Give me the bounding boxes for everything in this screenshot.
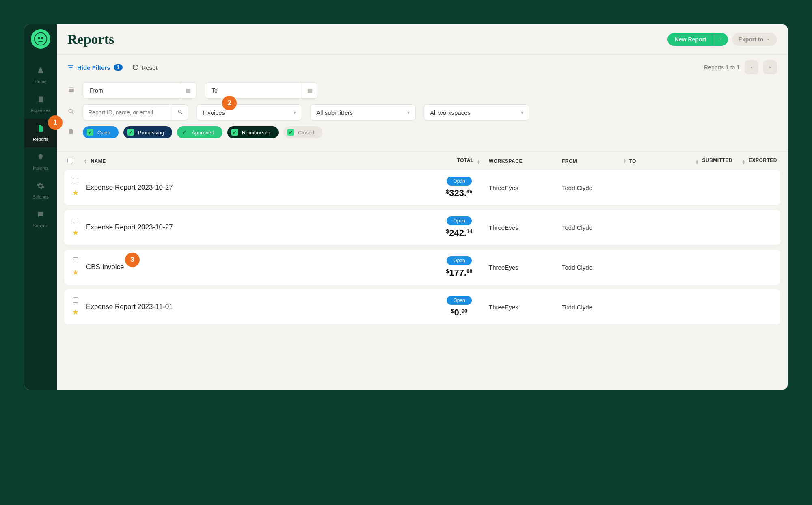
star-icon[interactable]: ★ bbox=[72, 188, 79, 197]
logo-icon bbox=[34, 32, 48, 46]
calendar-picker-icon[interactable] bbox=[180, 83, 196, 98]
row-workspace: ThreeEyes bbox=[489, 184, 562, 191]
table-header: ▲▼ NAME TOTAL ▲▼ WORKSPACE FROM ▲▼ TO ▲▼… bbox=[57, 152, 788, 170]
svg-rect-4 bbox=[39, 69, 42, 71]
sort-icon[interactable]: ▲▼ bbox=[623, 158, 626, 163]
nav-home[interactable]: Home bbox=[24, 61, 57, 90]
th-workspace[interactable]: WORKSPACE bbox=[489, 158, 523, 164]
submitter-select[interactable]: All submitters bbox=[310, 104, 416, 121]
svg-rect-8 bbox=[308, 89, 312, 93]
th-to[interactable]: TO bbox=[629, 158, 636, 164]
th-submitted[interactable]: SUBMITTED bbox=[702, 158, 733, 163]
status-badge: Open bbox=[447, 296, 471, 305]
star-icon[interactable]: ★ bbox=[72, 268, 79, 277]
star-icon[interactable]: ★ bbox=[72, 308, 79, 317]
page-prev-button[interactable] bbox=[745, 60, 758, 74]
hide-filters-button[interactable]: Hide Filters 1 bbox=[67, 64, 123, 71]
svg-point-0 bbox=[35, 33, 47, 45]
th-name[interactable]: NAME bbox=[91, 158, 106, 164]
new-report-button[interactable]: New Report bbox=[667, 33, 714, 46]
nav-label: Insights bbox=[33, 166, 48, 170]
th-total[interactable]: TOTAL bbox=[457, 158, 474, 163]
chat-icon bbox=[24, 211, 57, 221]
row-checkbox[interactable] bbox=[73, 178, 78, 183]
sort-icon[interactable]: ▲▼ bbox=[742, 160, 745, 164]
filter-count-badge: 1 bbox=[114, 64, 123, 71]
row-checkbox[interactable] bbox=[73, 218, 78, 223]
status-pill-open[interactable]: ✓ Open bbox=[83, 126, 119, 138]
sidebar: Home Expenses Reports 1 Insights Setti bbox=[24, 24, 57, 390]
workspace-select[interactable]: All workspaces bbox=[424, 104, 529, 121]
nav-expenses[interactable]: Expenses bbox=[24, 90, 57, 119]
check-icon: ✓ bbox=[181, 129, 188, 136]
filter-icon bbox=[67, 64, 74, 71]
status-badge: Open bbox=[447, 216, 471, 225]
date-to-field[interactable]: To bbox=[205, 82, 318, 99]
check-icon: ✓ bbox=[87, 129, 93, 136]
status-pill-reimbursed[interactable]: ✓ Reimbursed bbox=[227, 126, 279, 138]
export-button[interactable]: Export to bbox=[732, 33, 777, 46]
document-icon bbox=[67, 128, 75, 137]
pill-label: Open bbox=[97, 129, 110, 136]
row-checkbox[interactable] bbox=[73, 257, 78, 263]
row-checkbox[interactable] bbox=[73, 297, 78, 303]
status-pill-processing[interactable]: ✓ Processing bbox=[123, 126, 172, 138]
nav-support[interactable]: Support bbox=[24, 205, 57, 234]
table-row[interactable]: ★ Expense Report 2023-10-27 Open $242.14… bbox=[64, 210, 780, 245]
filter-bar-left: Hide Filters 1 Reset bbox=[67, 64, 158, 71]
row-name: Expense Report 2023-10-27 bbox=[86, 223, 173, 231]
type-select[interactable]: Invoices 2 bbox=[197, 104, 302, 121]
svg-point-10 bbox=[178, 110, 181, 113]
check-icon: ✓ bbox=[231, 129, 238, 136]
pill-label: Closed bbox=[298, 129, 314, 136]
status-pill-approved[interactable]: ✓ Approved bbox=[177, 126, 222, 138]
calendar-picker-icon[interactable] bbox=[302, 83, 318, 98]
sort-icon[interactable]: ▲▼ bbox=[84, 159, 87, 164]
new-report-dropdown[interactable] bbox=[714, 33, 728, 46]
svg-rect-5 bbox=[40, 68, 42, 69]
table-row[interactable]: ★ Expense Report 2023-11-01 Open $0.00 T… bbox=[64, 289, 780, 324]
row-from: Todd Clyde bbox=[562, 184, 623, 191]
nav-reports[interactable]: Reports 1 bbox=[24, 119, 57, 147]
search-input[interactable] bbox=[83, 104, 172, 121]
row-from: Todd Clyde bbox=[562, 304, 623, 311]
pill-label: Approved bbox=[192, 129, 214, 136]
callout-2: 2 bbox=[222, 96, 237, 110]
callout-1: 1 bbox=[48, 115, 63, 130]
app-logo[interactable] bbox=[31, 29, 50, 49]
results-count: Reports 1 to 1 bbox=[704, 64, 740, 71]
search-field-wrap bbox=[83, 104, 188, 121]
chevron-left-icon bbox=[749, 65, 754, 70]
status-pill-closed[interactable]: ✓ Closed bbox=[283, 126, 322, 138]
nav-settings[interactable]: Settings bbox=[24, 176, 57, 205]
row-amount: $323.46 bbox=[446, 188, 472, 198]
filter-bar-right: Reports 1 to 1 bbox=[704, 60, 777, 74]
chevron-down-icon bbox=[766, 37, 771, 42]
th-exported[interactable]: EXPORTED bbox=[749, 158, 777, 163]
row-name: Expense Report 2023-10-27 bbox=[86, 183, 173, 192]
svg-rect-6 bbox=[69, 88, 74, 92]
date-from-label: From bbox=[83, 87, 110, 94]
page-title: Reports bbox=[67, 32, 114, 47]
star-icon[interactable]: ★ bbox=[72, 228, 79, 237]
date-from-field[interactable]: From bbox=[83, 82, 197, 99]
sort-icon[interactable]: ▲▼ bbox=[695, 160, 699, 164]
search-icon bbox=[177, 109, 183, 115]
nav-insights[interactable]: Insights bbox=[24, 147, 57, 176]
row-workspace: ThreeEyes bbox=[489, 264, 562, 271]
app-window: Home Expenses Reports 1 Insights Setti bbox=[24, 24, 788, 390]
th-from[interactable]: FROM bbox=[562, 158, 577, 164]
table-row[interactable]: ★ CBS Invoice 3 Open $177.88 ThreeEyes T… bbox=[64, 250, 780, 285]
sort-icon[interactable]: ▲▼ bbox=[477, 160, 481, 164]
date-to-label: To bbox=[205, 87, 224, 94]
row-workspace: ThreeEyes bbox=[489, 304, 562, 311]
page-next-button[interactable] bbox=[763, 60, 777, 74]
row-from: Todd Clyde bbox=[562, 264, 623, 271]
select-all-checkbox[interactable] bbox=[67, 158, 73, 163]
table-row[interactable]: ★ Expense Report 2023-10-27 Open $323.46… bbox=[64, 170, 780, 205]
row-name: Expense Report 2023-11-01 bbox=[86, 303, 173, 311]
type-select-value: Invoices bbox=[203, 109, 225, 116]
reset-button[interactable]: Reset bbox=[132, 64, 157, 71]
search-button[interactable] bbox=[172, 104, 188, 121]
reset-icon bbox=[132, 64, 139, 71]
